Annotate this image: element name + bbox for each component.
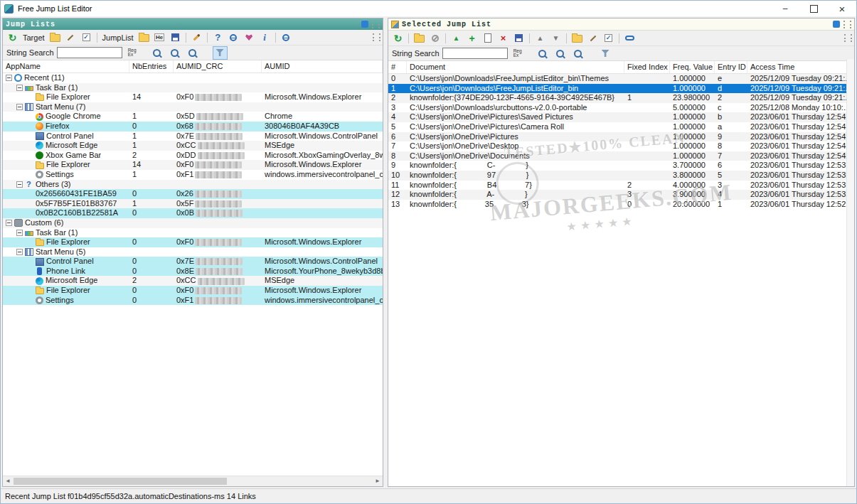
tree-row[interactable]: Start Menu (5) [3, 247, 383, 257]
language-button[interactable] [279, 31, 294, 44]
column-header[interactable]: Freq. Value [670, 61, 715, 73]
tree-row[interactable]: Microsoft Edge20xCCMSEdge [3, 276, 383, 286]
tree-row[interactable]: Task Bar (1) [3, 83, 383, 93]
tree-collapse-toggle[interactable] [16, 181, 23, 188]
refresh-button[interactable]: ↻ [5, 31, 20, 44]
tree-row[interactable]: 0x265660431FE1BA5900x26 [3, 189, 383, 199]
move-entry-up-button[interactable]: ▲ [533, 31, 548, 45]
help-button[interactable]: ? [211, 31, 225, 44]
export-jumplist-button[interactable] [168, 31, 183, 44]
tree-row[interactable]: 0x0B2C160B1B22581A00x0B [3, 208, 383, 218]
vertical-scrollbar[interactable] [846, 59, 854, 486]
string-search-input[interactable] [57, 47, 122, 58]
tree-collapse-toggle[interactable] [16, 85, 23, 91]
tree-row[interactable]: Start Menu (7) [3, 102, 383, 112]
tree-row[interactable]: Xbox Game Bar20xDDMicrosoft.XboxGamingOv… [3, 151, 383, 161]
maximize-button[interactable] [799, 1, 828, 16]
tree-row[interactable]: File Explorer140xF0Microsoft.Windows.Exp… [3, 160, 383, 170]
move-entry-down-button[interactable]: ▼ [548, 31, 563, 45]
column-header[interactable]: Entry ID [715, 61, 747, 73]
jumplist-row[interactable]: 6C:\Users\jon\OneDrive\Pictures1.0000009… [388, 132, 854, 142]
jumplist-row[interactable]: 13knownfolder:{ 35 3}020.00000012023/06/… [388, 200, 854, 210]
jumplist-row[interactable]: 11knownfolder:{ B4 7}24.00000032023/06/0… [388, 181, 854, 191]
column-header[interactable]: Fixed Index [624, 61, 670, 73]
tree-row[interactable]: File Explorer140xF0Microsoft.Windows.Exp… [3, 92, 383, 102]
tree-row[interactable]: Firefox00x68308046B0AF4A39CB [3, 122, 383, 132]
tree-collapse-toggle[interactable] [16, 230, 23, 236]
tree-row[interactable]: Settings10xF1windows.immersivecontrolpan… [3, 170, 383, 180]
column-header[interactable]: AUMID [262, 60, 383, 73]
panel-grip[interactable] [372, 21, 380, 28]
tree-row[interactable]: Control Panel00x7EMicrosoft.Windows.Cont… [3, 257, 383, 267]
about-button[interactable]: i [257, 31, 272, 44]
move-entry-top-button[interactable]: ▲ [449, 31, 464, 45]
panel-grip[interactable] [843, 21, 851, 28]
jumplist-row[interactable]: 3C:\Users\jon\Downloads\urcbuttons-v2.0.… [388, 103, 854, 113]
open-target-folder-button[interactable] [48, 31, 63, 44]
website-button[interactable] [226, 31, 241, 44]
string-search-input[interactable] [442, 48, 508, 59]
column-header[interactable]: Access Time [747, 61, 854, 73]
regex-toggle[interactable]: Reg Ex [513, 49, 522, 58]
jumplist-row[interactable]: 1C:\Users\jon\Downloads\FreeJumpListEdit… [388, 84, 854, 94]
link-properties-button[interactable] [622, 31, 637, 45]
minimize-button[interactable]: – [771, 1, 799, 16]
tree-collapse-toggle[interactable] [6, 220, 12, 226]
tree-collapse-toggle[interactable] [16, 104, 23, 110]
column-header[interactable]: Document [407, 61, 624, 73]
tree-row[interactable]: Microsoft Edge10xCCMSEdge [3, 141, 383, 151]
jumplist-row[interactable]: 4C:\Users\jon\OneDrive\Pictures\Saved Pi… [388, 112, 854, 122]
tree-row[interactable]: Custom (6) [3, 218, 383, 228]
toolbar-overflow-grip[interactable] [373, 33, 380, 41]
tree-row[interactable]: Others (3) [3, 180, 383, 190]
tree-row[interactable]: Google Chrome10x5DChrome [3, 112, 383, 122]
close-button[interactable]: × [828, 1, 856, 16]
tree-collapse-toggle[interactable] [6, 75, 12, 81]
jumplist-row[interactable]: 10knownfolder:{ 97 }3.80000052023/06/01 … [388, 171, 854, 181]
donate-button[interactable] [242, 31, 257, 44]
search-next-button[interactable] [185, 46, 200, 60]
column-header[interactable]: AppName [3, 60, 129, 73]
tree-row[interactable]: 0x5F7B5F1E01B8376710x5F [3, 199, 383, 209]
search-button[interactable] [149, 46, 164, 60]
column-header[interactable]: AUMID_CRC [174, 60, 262, 73]
scrollbar-thumb[interactable] [14, 478, 227, 485]
scroll-right-button[interactable]: ► [373, 476, 383, 486]
scroll-left-button[interactable]: ◄ [3, 476, 13, 486]
locate-target-button[interactable] [63, 31, 78, 44]
refresh-entries-button[interactable]: ↻ [390, 31, 405, 45]
entry-properties-button[interactable]: ✓ [601, 31, 616, 45]
tree-row[interactable]: File Explorer00xF0Microsoft.Windows.Expl… [3, 286, 383, 296]
tree-row[interactable]: File Explorer00xF0Microsoft.Windows.Expl… [3, 237, 383, 247]
tree-collapse-toggle[interactable] [16, 249, 23, 255]
jumplist-row[interactable]: 8C:\Users\jon\OneDrive\Documents1.000000… [388, 151, 854, 161]
open-jumplist-folder-button[interactable] [137, 31, 151, 44]
add-entry-button[interactable]: + [464, 31, 479, 45]
jumplist-row[interactable]: 12knownfolder:{ A- }33.90000042023/06/01… [388, 190, 854, 200]
search-previous-button[interactable] [167, 46, 182, 60]
filter-button[interactable] [213, 46, 228, 60]
open-entry-folder-button[interactable] [412, 31, 427, 45]
tree-row[interactable]: Phone Link00x8EMicrosoft.YourPhone_8weky… [3, 267, 383, 277]
horizontal-scrollbar[interactable]: ◄ ► [3, 476, 383, 486]
tree-row[interactable]: Control Panel10x7EMicrosoft.Windows.Cont… [3, 132, 383, 141]
search-previous-button[interactable] [553, 47, 568, 60]
add-file-entry-button[interactable] [480, 31, 495, 45]
edit-button[interactable] [189, 31, 204, 44]
search-button[interactable] [535, 47, 550, 60]
delete-entry-button[interactable]: × [496, 31, 511, 45]
open-document-folder-button[interactable] [570, 31, 585, 45]
target-properties-button[interactable]: ✓ [79, 31, 94, 44]
column-header[interactable]: # [388, 61, 407, 73]
filter-button[interactable] [598, 47, 613, 60]
save-jumplist-button[interactable] [511, 31, 526, 45]
jumplist-row[interactable]: 0C:\Users\jon\Downloads\FreeJumpListEdit… [388, 74, 854, 84]
tree-row[interactable]: Settings00xF1windows.immersivecontrolpan… [3, 296, 383, 306]
tree-row[interactable]: Recent (11) [3, 73, 383, 83]
search-next-button[interactable] [570, 47, 585, 60]
column-header[interactable]: NbEntries [129, 60, 174, 73]
panel-pin-icon[interactable] [833, 21, 840, 28]
jumplist-row[interactable]: 7C:\Users\jon\OneDrive\Desktop1.00000082… [388, 141, 854, 151]
disable-entry-button[interactable] [427, 31, 442, 45]
regex-toggle[interactable]: Reg Ex [128, 48, 137, 58]
